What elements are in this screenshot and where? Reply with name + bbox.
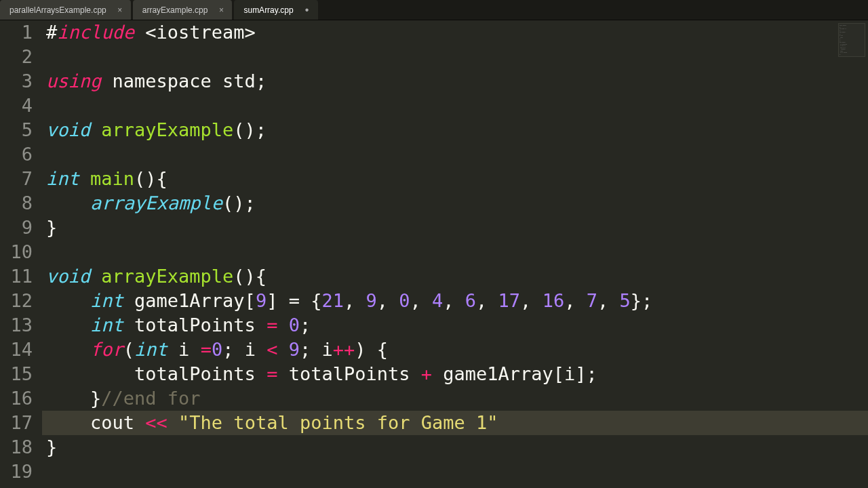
code-line[interactable]: arrayExample(); xyxy=(46,191,868,216)
line-number: 7 xyxy=(0,167,33,191)
code-line[interactable] xyxy=(46,94,868,118)
code-line[interactable]: int main(){ xyxy=(46,167,868,191)
code-line[interactable] xyxy=(46,45,868,69)
code-line[interactable]: }//end for xyxy=(46,386,868,411)
gutter: 1 2 3 4 5 6 7 8 9 10 11 12 13 14 15 16 1… xyxy=(0,20,41,488)
code-line[interactable] xyxy=(46,460,868,484)
code-line[interactable] xyxy=(46,240,868,264)
line-number: 9 xyxy=(0,216,33,240)
line-number: 18 xyxy=(0,435,33,460)
tab-bar: parallelArraysExample.cpp × arrayExample… xyxy=(0,0,868,20)
code-line[interactable]: using namespace std; xyxy=(46,69,868,94)
code-line[interactable]: totalPoints = totalPoints + game1Array[i… xyxy=(46,362,868,386)
tab-label: arrayExample.cpp xyxy=(142,5,208,15)
line-number: 14 xyxy=(0,338,33,362)
modified-dot-icon[interactable]: • xyxy=(303,7,311,14)
line-number: 15 xyxy=(0,362,33,386)
close-icon[interactable]: × xyxy=(217,5,225,15)
code-line[interactable]: for(int i =0; i < 9; i++) { xyxy=(46,338,868,362)
code-line[interactable]: #include <iostream> xyxy=(46,20,868,45)
code-line[interactable] xyxy=(46,142,868,167)
line-number: 10 xyxy=(0,240,33,264)
code-line[interactable]: } xyxy=(46,435,868,460)
line-number: 19 xyxy=(0,460,33,484)
line-number: 1 xyxy=(0,20,33,45)
code-line[interactable]: int game1Array[9] = {21, 9, 0, 4, 6, 17,… xyxy=(46,289,868,313)
tab-label: sumArray.cpp xyxy=(243,5,293,15)
close-icon[interactable]: × xyxy=(116,5,124,15)
code-line[interactable]: int totalPoints = 0; xyxy=(46,313,868,338)
tab-label: parallelArraysExample.cpp xyxy=(9,5,106,15)
line-number: 2 xyxy=(0,45,33,69)
code-line[interactable]: } xyxy=(46,216,868,240)
line-number: 4 xyxy=(0,94,33,118)
code-line[interactable]: void arrayExample(); xyxy=(46,118,868,142)
line-number: 16 xyxy=(0,386,33,411)
line-number: 17 xyxy=(0,411,33,435)
tab-parallel-arrays[interactable]: parallelArraysExample.cpp × xyxy=(0,0,132,20)
line-number: 11 xyxy=(0,264,33,289)
line-number: 13 xyxy=(0,313,33,338)
code-area[interactable]: #include <iostream> using namespace std;… xyxy=(41,20,868,488)
tab-sum-array[interactable]: sumArray.cpp • xyxy=(234,0,318,20)
tab-array-example[interactable]: arrayExample.cpp × xyxy=(133,0,233,20)
code-editor[interactable]: 1 2 3 4 5 6 7 8 9 10 11 12 13 14 15 16 1… xyxy=(0,20,868,488)
line-number: 3 xyxy=(0,69,33,94)
minimap[interactable]: ▬▬▬ ▬▬▬▬▬▬▬ ▬▬▬ ▬▬▬▬ ▬▬▬▬▬▬ ▬▬ ▬▬▬▬▬▬▬ ▬… xyxy=(838,23,865,57)
line-number: 8 xyxy=(0,191,33,216)
line-number: 5 xyxy=(0,118,33,142)
code-line[interactable]: cout << "The total points for Game 1" xyxy=(42,411,868,435)
line-number: 12 xyxy=(0,289,33,313)
line-number: 6 xyxy=(0,142,33,167)
code-line[interactable]: void arrayExample(){ xyxy=(46,264,868,289)
